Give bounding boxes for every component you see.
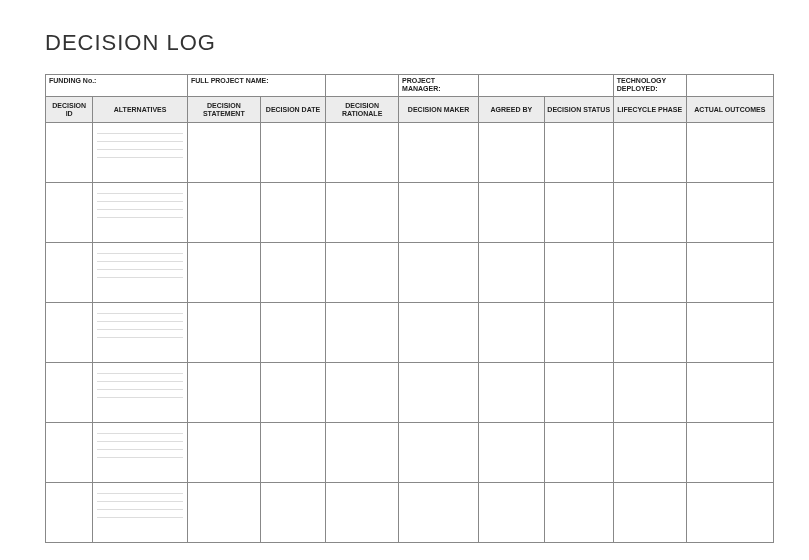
cell-decision-id [46,483,93,543]
cell-decision-statement [187,483,260,543]
alternative-line [97,330,183,338]
table-row [46,243,774,303]
cell-agreed-by [479,423,545,483]
tech-deployed-label: TECHNOLOGY DEPLOYED: [613,75,686,97]
col-decision-statement: DECISION STATEMENT [187,97,260,123]
info-row: FUNDING No.: FULL PROJECT NAME: PROJECT … [46,75,774,97]
cell-alternatives [93,123,188,183]
cell-decision-rationale [326,243,399,303]
alternative-line [97,186,183,194]
alternative-line [97,142,183,150]
page-title: DECISION LOG [45,30,774,56]
cell-agreed-by [479,303,545,363]
cell-decision-id [46,123,93,183]
cell-decision-date [260,363,326,423]
cell-decision-statement [187,423,260,483]
alternative-line [97,218,183,226]
cell-decision-status [544,303,613,363]
cell-decision-maker [399,483,479,543]
tech-deployed-value [686,75,773,97]
cell-decision-maker [399,183,479,243]
cell-decision-maker [399,363,479,423]
cell-decision-rationale [326,363,399,423]
decision-log-table: FUNDING No.: FULL PROJECT NAME: PROJECT … [45,74,774,543]
cell-decision-statement [187,363,260,423]
project-manager-value [479,75,614,97]
cell-decision-status [544,483,613,543]
table-row [46,363,774,423]
project-name-label: FULL PROJECT NAME: [187,75,325,97]
cell-decision-date [260,183,326,243]
cell-lifecycle-phase [613,243,686,303]
cell-decision-status [544,243,613,303]
cell-decision-date [260,243,326,303]
alternative-line [97,434,183,442]
alternative-line [97,366,183,374]
cell-decision-id [46,423,93,483]
cell-decision-date [260,123,326,183]
alternative-line [97,374,183,382]
cell-agreed-by [479,483,545,543]
alternative-line [97,502,183,510]
cell-decision-id [46,303,93,363]
col-actual-outcomes: ACTUAL OUTCOMES [686,97,773,123]
cell-agreed-by [479,123,545,183]
cell-decision-maker [399,243,479,303]
cell-actual-outcomes [686,363,773,423]
col-decision-rationale: DECISION RATIONALE [326,97,399,123]
cell-lifecycle-phase [613,423,686,483]
cell-decision-status [544,363,613,423]
col-agreed-by: AGREED BY [479,97,545,123]
table-row [46,183,774,243]
cell-agreed-by [479,243,545,303]
cell-decision-statement [187,123,260,183]
alternative-line [97,494,183,502]
alternative-line [97,210,183,218]
alternative-line [97,510,183,518]
cell-decision-rationale [326,183,399,243]
cell-agreed-by [479,183,545,243]
cell-decision-date [260,423,326,483]
table-row [46,423,774,483]
project-name-value [326,75,399,97]
alternative-line [97,426,183,434]
cell-decision-statement [187,183,260,243]
col-decision-date: DECISION DATE [260,97,326,123]
col-alternatives: ALTERNATIVES [93,97,188,123]
table-row [46,303,774,363]
cell-alternatives [93,303,188,363]
alternative-line [97,126,183,134]
alternative-line [97,518,183,526]
cell-decision-statement [187,303,260,363]
alternative-line [97,278,183,286]
cell-alternatives [93,363,188,423]
alternative-line [97,306,183,314]
cell-lifecycle-phase [613,363,686,423]
cell-decision-date [260,483,326,543]
cell-agreed-by [479,363,545,423]
alternative-line [97,442,183,450]
cell-alternatives [93,483,188,543]
cell-alternatives [93,183,188,243]
col-decision-id: DECISION ID [46,97,93,123]
col-decision-status: DECISION STATUS [544,97,613,123]
cell-decision-rationale [326,123,399,183]
cell-decision-id [46,363,93,423]
alternative-line [97,486,183,494]
project-manager-label: PROJECT MANAGER: [399,75,479,97]
alternative-line [97,322,183,330]
alternative-line [97,246,183,254]
col-decision-maker: DECISION MAKER [399,97,479,123]
alternative-line [97,194,183,202]
table-row [46,483,774,543]
cell-actual-outcomes [686,483,773,543]
alternative-line [97,458,183,466]
cell-decision-rationale [326,483,399,543]
alternative-line [97,254,183,262]
cell-lifecycle-phase [613,303,686,363]
alternative-line [97,382,183,390]
cell-decision-rationale [326,423,399,483]
cell-actual-outcomes [686,423,773,483]
cell-decision-status [544,123,613,183]
cell-alternatives [93,423,188,483]
